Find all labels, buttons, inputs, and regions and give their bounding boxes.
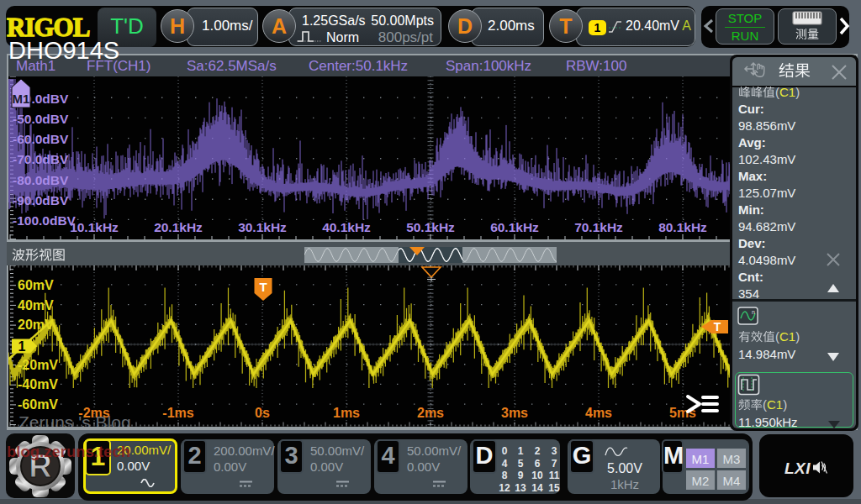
- svg-text:10.1kHz: 10.1kHz: [70, 220, 119, 234]
- svg-text:40.1kHz: 40.1kHz: [322, 220, 371, 234]
- svg-text:60.1kHz: 60.1kHz: [490, 220, 539, 234]
- svg-text:50.1kHz: 50.1kHz: [406, 220, 455, 234]
- svg-text:T: T: [259, 280, 267, 294]
- svg-text:-90.0dBV: -90.0dBV: [13, 193, 69, 207]
- svg-text:70.1kHz: 70.1kHz: [574, 220, 623, 234]
- svg-text:0s: 0s: [255, 406, 270, 420]
- svg-text:-60mV: -60mV: [18, 397, 58, 412]
- svg-text:3ms: 3ms: [501, 406, 528, 420]
- svg-text:Zeruns 's Blog: Zeruns 's Blog: [18, 412, 131, 427]
- svg-text:-60.0dBV: -60.0dBV: [13, 132, 69, 146]
- svg-text:-100.0dBV: -100.0dBV: [13, 213, 77, 228]
- svg-text:M1: M1: [13, 92, 30, 106]
- svg-text:30.1kHz: 30.1kHz: [238, 220, 287, 234]
- svg-text:40mV: 40mV: [18, 298, 54, 312]
- svg-text:-1ms: -1ms: [162, 406, 193, 420]
- svg-text:1: 1: [18, 339, 26, 354]
- svg-text:-50.0dBV: -50.0dBV: [13, 112, 69, 126]
- svg-text:T: T: [714, 320, 721, 333]
- svg-text:-70.0dBV: -70.0dBV: [13, 152, 69, 166]
- svg-text:-40mV: -40mV: [18, 377, 58, 391]
- svg-text:-20mV: -20mV: [18, 358, 58, 372]
- svg-text:n: n: [752, 309, 755, 315]
- svg-text:60mV: 60mV: [18, 278, 54, 292]
- svg-text:1ms: 1ms: [333, 406, 360, 420]
- svg-text:2ms: 2ms: [417, 406, 444, 420]
- svg-text:-80.0dBV: -80.0dBV: [13, 173, 69, 187]
- svg-text:20.1kHz: 20.1kHz: [154, 220, 203, 234]
- svg-text:80.1kHz: 80.1kHz: [658, 220, 707, 234]
- svg-text:20mV: 20mV: [18, 318, 54, 332]
- svg-text:4ms: 4ms: [585, 406, 612, 420]
